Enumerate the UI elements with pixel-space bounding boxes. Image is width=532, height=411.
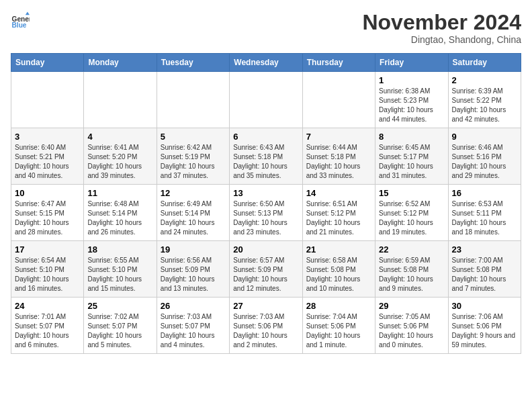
day-info: Sunrise: 7:01 AMSunset: 5:07 PMDaylight:… [15,312,80,350]
calendar-cell: 30Sunrise: 7:06 AMSunset: 5:06 PMDayligh… [448,298,521,354]
calendar-cell [84,72,157,128]
day-number: 9 [452,132,517,142]
calendar-cell: 7Sunrise: 6:44 AMSunset: 5:18 PMDaylight… [302,128,375,185]
day-number: 6 [233,132,298,142]
week-row-2: 3Sunrise: 6:40 AMSunset: 5:21 PMDaylight… [11,128,521,185]
day-info: Sunrise: 6:42 AMSunset: 5:19 PMDaylight:… [161,143,226,181]
day-info: Sunrise: 6:54 AMSunset: 5:10 PMDaylight:… [15,256,80,293]
calendar-cell: 8Sunrise: 6:45 AMSunset: 5:17 PMDaylight… [375,128,448,185]
calendar-cell: 25Sunrise: 7:02 AMSunset: 5:07 PMDayligh… [84,298,157,354]
calendar-cell: 19Sunrise: 6:56 AMSunset: 5:09 PMDayligh… [157,241,229,298]
day-info: Sunrise: 7:06 AMSunset: 5:06 PMDaylight:… [452,312,517,350]
day-info: Sunrise: 7:04 AMSunset: 5:06 PMDaylight:… [306,312,371,350]
week-row-3: 10Sunrise: 6:47 AMSunset: 5:15 PMDayligh… [11,185,521,241]
calendar-cell: 22Sunrise: 6:59 AMSunset: 5:08 PMDayligh… [375,241,448,298]
day-info: Sunrise: 6:39 AMSunset: 5:22 PMDaylight:… [452,87,517,124]
calendar-cell: 28Sunrise: 7:04 AMSunset: 5:06 PMDayligh… [302,298,375,354]
calendar-cell: 10Sunrise: 6:47 AMSunset: 5:15 PMDayligh… [11,185,84,241]
logo: General Blue [11,11,30,30]
day-number: 20 [233,244,298,255]
day-info: Sunrise: 6:38 AMSunset: 5:23 PMDaylight:… [379,87,444,124]
header-day-monday: Monday [84,54,157,72]
day-info: Sunrise: 6:53 AMSunset: 5:11 PMDaylight:… [452,199,517,237]
calendar-cell [230,72,302,128]
day-number: 26 [161,301,226,311]
day-info: Sunrise: 6:59 AMSunset: 5:08 PMDaylight:… [379,256,444,293]
day-number: 30 [452,301,517,311]
week-row-5: 24Sunrise: 7:01 AMSunset: 5:07 PMDayligh… [11,298,521,354]
day-number: 21 [306,244,371,255]
calendar-cell: 12Sunrise: 6:49 AMSunset: 5:14 PMDayligh… [157,185,229,241]
day-number: 3 [15,132,80,142]
day-number: 22 [379,244,444,255]
calendar-cell: 15Sunrise: 6:52 AMSunset: 5:12 PMDayligh… [375,185,448,241]
day-number: 4 [87,132,152,142]
calendar-cell: 3Sunrise: 6:40 AMSunset: 5:21 PMDaylight… [11,128,84,185]
svg-marker-2 [26,12,30,15]
day-number: 24 [15,301,80,311]
day-info: Sunrise: 6:43 AMSunset: 5:18 PMDaylight:… [233,143,298,181]
day-number: 14 [306,188,371,198]
calendar-cell: 23Sunrise: 7:00 AMSunset: 5:08 PMDayligh… [448,241,521,298]
day-info: Sunrise: 7:03 AMSunset: 5:07 PMDaylight:… [161,312,226,350]
day-number: 17 [15,244,80,255]
calendar-cell: 20Sunrise: 6:57 AMSunset: 5:09 PMDayligh… [230,241,302,298]
day-number: 5 [161,132,226,142]
day-info: Sunrise: 6:41 AMSunset: 5:20 PMDaylight:… [87,143,152,181]
day-info: Sunrise: 7:02 AMSunset: 5:07 PMDaylight:… [87,312,152,350]
day-number: 27 [233,301,298,311]
day-number: 13 [233,188,298,198]
header-day-friday: Friday [375,54,448,72]
header-day-tuesday: Tuesday [157,54,229,72]
calendar-cell: 11Sunrise: 6:48 AMSunset: 5:14 PMDayligh… [84,185,157,241]
location: Dingtao, Shandong, China [362,34,521,45]
calendar-cell: 27Sunrise: 7:03 AMSunset: 5:06 PMDayligh… [230,298,302,354]
day-number: 25 [87,301,152,311]
week-row-4: 17Sunrise: 6:54 AMSunset: 5:10 PMDayligh… [11,241,521,298]
header-row: SundayMondayTuesdayWednesdayThursdayFrid… [11,54,521,72]
day-info: Sunrise: 6:44 AMSunset: 5:18 PMDaylight:… [306,143,371,181]
day-info: Sunrise: 6:57 AMSunset: 5:09 PMDaylight:… [233,256,298,293]
day-info: Sunrise: 6:49 AMSunset: 5:14 PMDaylight:… [161,199,226,237]
header-day-wednesday: Wednesday [230,54,302,72]
day-info: Sunrise: 7:00 AMSunset: 5:08 PMDaylight:… [452,256,517,293]
day-info: Sunrise: 6:51 AMSunset: 5:12 PMDaylight:… [306,199,371,237]
day-number: 2 [452,75,517,85]
day-info: Sunrise: 6:46 AMSunset: 5:16 PMDaylight:… [452,143,517,181]
calendar-table: SundayMondayTuesdayWednesdayThursdayFrid… [11,53,521,354]
day-number: 12 [161,188,226,198]
month-title: November 2024 [362,11,521,34]
calendar-cell [302,72,375,128]
calendar-cell: 16Sunrise: 6:53 AMSunset: 5:11 PMDayligh… [448,185,521,241]
day-number: 1 [379,75,444,85]
day-info: Sunrise: 6:40 AMSunset: 5:21 PMDaylight:… [15,143,80,181]
day-number: 23 [452,244,517,255]
day-info: Sunrise: 7:05 AMSunset: 5:06 PMDaylight:… [379,312,444,350]
calendar-cell [11,72,84,128]
header-day-thursday: Thursday [302,54,375,72]
calendar-cell: 5Sunrise: 6:42 AMSunset: 5:19 PMDaylight… [157,128,229,185]
day-number: 18 [87,244,152,255]
day-info: Sunrise: 6:50 AMSunset: 5:13 PMDaylight:… [233,199,298,237]
calendar-cell: 2Sunrise: 6:39 AMSunset: 5:22 PMDaylight… [448,72,521,128]
calendar-cell: 9Sunrise: 6:46 AMSunset: 5:16 PMDaylight… [448,128,521,185]
day-info: Sunrise: 7:03 AMSunset: 5:06 PMDaylight:… [233,312,298,350]
calendar-body: 1Sunrise: 6:38 AMSunset: 5:23 PMDaylight… [11,72,521,354]
day-number: 16 [452,188,517,198]
day-info: Sunrise: 6:56 AMSunset: 5:09 PMDaylight:… [161,256,226,293]
day-number: 7 [306,132,371,142]
day-number: 10 [15,188,80,198]
calendar-cell: 21Sunrise: 6:58 AMSunset: 5:08 PMDayligh… [302,241,375,298]
calendar-cell: 13Sunrise: 6:50 AMSunset: 5:13 PMDayligh… [230,185,302,241]
calendar-cell: 24Sunrise: 7:01 AMSunset: 5:07 PMDayligh… [11,298,84,354]
day-info: Sunrise: 6:45 AMSunset: 5:17 PMDaylight:… [379,143,444,181]
svg-text:Blue: Blue [12,21,27,29]
day-number: 28 [306,301,371,311]
page-header: General Blue November 2024 Dingtao, Shan… [11,11,521,45]
logo-icon: General Blue [11,11,30,30]
week-row-1: 1Sunrise: 6:38 AMSunset: 5:23 PMDaylight… [11,72,521,128]
day-number: 8 [379,132,444,142]
day-info: Sunrise: 6:47 AMSunset: 5:15 PMDaylight:… [15,199,80,237]
calendar-cell: 26Sunrise: 7:03 AMSunset: 5:07 PMDayligh… [157,298,229,354]
calendar-cell: 6Sunrise: 6:43 AMSunset: 5:18 PMDaylight… [230,128,302,185]
